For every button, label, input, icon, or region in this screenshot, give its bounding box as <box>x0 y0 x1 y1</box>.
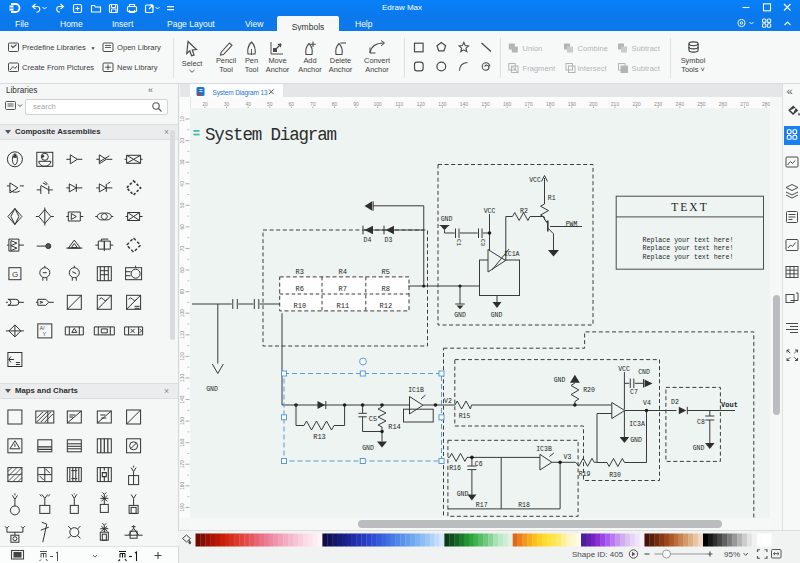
svg-text:190: 190 <box>180 503 185 511</box>
svg-text:R6: R6 <box>296 285 304 293</box>
svg-text:70: 70 <box>310 101 316 107</box>
svg-text:IC1A: IC1A <box>504 251 520 258</box>
svg-text:GND: GND <box>441 216 453 223</box>
svg-text:170: 170 <box>180 460 185 468</box>
svg-text:D2: D2 <box>671 399 679 406</box>
svg-text:140: 140 <box>460 101 469 107</box>
svg-text:100: 100 <box>373 101 382 107</box>
svg-text:R19: R19 <box>579 471 591 478</box>
svg-text:R7: R7 <box>339 285 347 293</box>
svg-text:50: 50 <box>267 101 273 107</box>
svg-text:C3: C3 <box>479 239 486 247</box>
svg-text:C1: C1 <box>455 239 462 247</box>
svg-text:10: 10 <box>180 116 185 122</box>
svg-text:120: 120 <box>180 352 185 360</box>
svg-text:R12: R12 <box>379 302 392 310</box>
svg-text:200: 200 <box>589 101 598 107</box>
svg-text:R16: R16 <box>449 465 461 472</box>
svg-text:90: 90 <box>353 101 359 107</box>
svg-text:70: 70 <box>180 245 185 251</box>
svg-text:100: 100 <box>180 309 185 317</box>
svg-text:D3: D3 <box>385 237 393 244</box>
svg-text:180: 180 <box>546 101 555 107</box>
svg-text:160: 160 <box>180 438 185 446</box>
svg-text:40: 40 <box>180 181 185 187</box>
svg-text:R11: R11 <box>336 302 349 310</box>
svg-text:280: 280 <box>762 101 770 107</box>
svg-text:R2: R2 <box>520 208 528 215</box>
svg-text:60: 60 <box>180 224 185 230</box>
svg-text:GND: GND <box>362 445 374 452</box>
svg-text:240: 240 <box>676 101 685 107</box>
svg-text:GND: GND <box>457 491 469 498</box>
svg-text:GND: GND <box>454 312 466 319</box>
svg-text:130: 130 <box>438 101 447 107</box>
svg-text:IC3B: IC3B <box>536 446 552 453</box>
svg-text:VCC: VCC <box>618 366 630 373</box>
svg-text:120: 120 <box>417 101 426 107</box>
svg-text:140: 140 <box>180 395 185 403</box>
svg-text:Replace your text here!: Replace your text here! <box>642 237 733 244</box>
svg-text:VCC: VCC <box>484 208 496 215</box>
svg-text:170: 170 <box>525 101 534 107</box>
svg-text:IC3A: IC3A <box>629 421 645 428</box>
svg-text:Y: Y <box>43 331 47 337</box>
svg-text:CND: CND <box>638 369 650 376</box>
svg-text:C5: C5 <box>369 415 377 423</box>
svg-text:System Diagram: System Diagram <box>205 125 337 145</box>
svg-text:220: 220 <box>632 101 641 107</box>
svg-text:V4: V4 <box>643 400 651 407</box>
svg-text:180: 180 <box>180 482 185 490</box>
svg-text:R4: R4 <box>339 268 347 276</box>
svg-text:V2: V2 <box>444 398 452 405</box>
svg-text:IC1B: IC1B <box>408 387 424 394</box>
svg-text:TEXT: TEXT <box>671 201 708 213</box>
svg-text:GND: GND <box>693 445 705 452</box>
svg-text:80: 80 <box>332 101 338 107</box>
svg-text:R10: R10 <box>293 302 306 310</box>
svg-text:GND: GND <box>491 312 503 319</box>
svg-text:Vout: Vout <box>721 401 738 409</box>
svg-text:GND: GND <box>630 437 642 444</box>
svg-text:110: 110 <box>180 331 185 339</box>
svg-text:C7: C7 <box>630 389 638 396</box>
svg-text:150: 150 <box>180 417 185 425</box>
svg-text:50: 50 <box>180 202 185 208</box>
svg-text:V3: V3 <box>564 454 572 461</box>
svg-text:30: 30 <box>180 159 185 165</box>
svg-text:R5: R5 <box>382 268 390 276</box>
svg-text:R8: R8 <box>382 285 390 293</box>
svg-text:PWM: PWM <box>566 221 578 228</box>
svg-text:GND: GND <box>554 377 566 384</box>
svg-text:20: 20 <box>202 101 208 107</box>
svg-text:R20: R20 <box>583 387 595 394</box>
svg-text:20: 20 <box>180 138 185 144</box>
svg-text:210: 210 <box>611 101 620 107</box>
svg-text:R17: R17 <box>476 502 488 509</box>
svg-text:30: 30 <box>224 101 230 107</box>
svg-text:40: 40 <box>245 101 251 107</box>
svg-text:GND: GND <box>206 386 218 393</box>
svg-text:R1: R1 <box>548 195 556 202</box>
svg-text:230: 230 <box>654 101 663 107</box>
svg-text:R18: R18 <box>518 502 530 509</box>
svg-text:260: 260 <box>719 101 728 107</box>
svg-text:60: 60 <box>289 101 295 107</box>
svg-text:R13: R13 <box>313 433 326 441</box>
svg-text:80: 80 <box>180 267 185 273</box>
svg-text:R14: R14 <box>388 423 401 431</box>
svg-text:G: G <box>12 270 18 279</box>
svg-text:D4: D4 <box>364 237 372 244</box>
svg-text:C8: C8 <box>697 419 705 426</box>
svg-text:250: 250 <box>697 101 706 107</box>
svg-text:190: 190 <box>568 101 577 107</box>
svg-text:«: « <box>787 85 793 97</box>
svg-text:System Diagram 13: System Diagram 13 <box>213 89 269 97</box>
svg-text:90: 90 <box>180 289 185 295</box>
svg-text:270: 270 <box>740 101 749 107</box>
svg-text:160: 160 <box>503 101 512 107</box>
svg-text:Replace your text here!: Replace your text here! <box>642 245 733 252</box>
svg-text:C6: C6 <box>475 461 483 468</box>
svg-text:150: 150 <box>481 101 490 107</box>
svg-text:130: 130 <box>180 374 185 382</box>
